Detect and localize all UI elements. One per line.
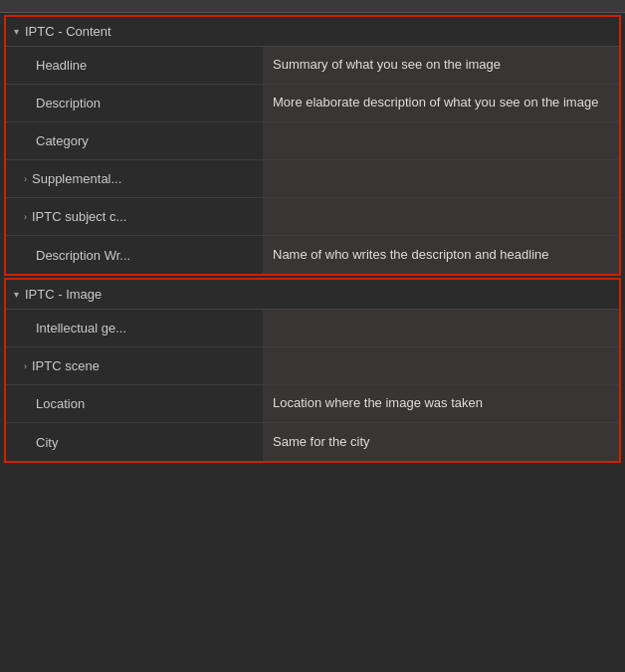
row-name-label: Description Wr... bbox=[36, 248, 130, 263]
row-value-iptc-content-1: More elaborate description of what you s… bbox=[263, 85, 619, 121]
table-header bbox=[0, 0, 625, 13]
row-value-text: Same for the city bbox=[273, 433, 370, 451]
section-iptc-content: ▾IPTC - ContentHeadlineSummary of what y… bbox=[4, 15, 621, 276]
table-row: ›IPTC subject c... bbox=[6, 198, 619, 236]
row-name-iptc-content-1: Description bbox=[6, 85, 263, 121]
row-name-label: Supplemental... bbox=[32, 171, 121, 186]
row-value-iptc-image-2: Location where the image was taken bbox=[263, 385, 619, 422]
row-value-text: Name of who writes the descripton and he… bbox=[273, 246, 549, 264]
row-value-text: More elaborate description of what you s… bbox=[273, 94, 598, 112]
table-row: ›IPTC scene bbox=[6, 347, 619, 385]
section-header-iptc-image[interactable]: ▾IPTC - Image bbox=[6, 280, 619, 310]
row-name-label: Location bbox=[36, 396, 85, 411]
row-expand-chevron[interactable]: › bbox=[24, 361, 27, 371]
table-row: Description Wr...Name of who writes the … bbox=[6, 236, 619, 274]
row-value-iptc-image-0 bbox=[263, 310, 619, 346]
section-title-iptc-content: IPTC - Content bbox=[25, 24, 111, 39]
section-chevron-iptc-content: ▾ bbox=[14, 26, 19, 37]
row-name-iptc-content-4[interactable]: ›IPTC subject c... bbox=[6, 198, 263, 235]
row-name-iptc-image-1[interactable]: ›IPTC scene bbox=[6, 347, 263, 384]
row-expand-chevron[interactable]: › bbox=[24, 174, 27, 184]
row-value-iptc-content-5: Name of who writes the descripton and he… bbox=[263, 236, 619, 274]
row-value-iptc-image-1 bbox=[263, 347, 619, 384]
section-header-iptc-content[interactable]: ▾IPTC - Content bbox=[6, 17, 619, 47]
row-name-label: City bbox=[36, 435, 58, 450]
row-value-iptc-content-4 bbox=[263, 198, 619, 235]
table-row: LocationLocation where the image was tak… bbox=[6, 385, 619, 423]
row-name-iptc-content-0: Headline bbox=[6, 47, 263, 84]
row-value-iptc-image-3: Same for the city bbox=[263, 423, 619, 461]
table-row: DescriptionMore elaborate description of… bbox=[6, 85, 619, 122]
row-name-iptc-image-3: City bbox=[6, 423, 263, 461]
row-value-text: Summary of what you see on the image bbox=[273, 56, 501, 74]
row-name-label: IPTC subject c... bbox=[32, 209, 126, 224]
table-row: Category bbox=[6, 122, 619, 160]
row-value-iptc-content-3 bbox=[263, 160, 619, 197]
row-name-label: Headline bbox=[36, 58, 87, 73]
table-row: Intellectual ge... bbox=[6, 310, 619, 347]
table-row: HeadlineSummary of what you see on the i… bbox=[6, 47, 619, 85]
table-row: ›Supplemental... bbox=[6, 160, 619, 198]
row-name-iptc-content-3[interactable]: ›Supplemental... bbox=[6, 160, 263, 197]
row-expand-chevron[interactable]: › bbox=[24, 212, 27, 222]
row-name-label: Intellectual ge... bbox=[36, 321, 126, 336]
row-value-text: Location where the image was taken bbox=[273, 394, 483, 412]
row-value-iptc-content-0: Summary of what you see on the image bbox=[263, 47, 619, 84]
row-name-label: Description bbox=[36, 96, 101, 111]
row-name-iptc-content-2: Category bbox=[6, 122, 263, 159]
section-iptc-image: ▾IPTC - ImageIntellectual ge...›IPTC sce… bbox=[4, 278, 621, 463]
row-name-iptc-image-0: Intellectual ge... bbox=[6, 310, 263, 346]
section-title-iptc-image: IPTC - Image bbox=[25, 287, 102, 302]
row-name-label: Category bbox=[36, 133, 89, 148]
row-name-iptc-content-5: Description Wr... bbox=[6, 236, 263, 274]
row-value-iptc-content-2 bbox=[263, 122, 619, 159]
table-row: CitySame for the city bbox=[6, 423, 619, 461]
row-name-label: IPTC scene bbox=[32, 358, 100, 373]
row-name-iptc-image-2: Location bbox=[6, 385, 263, 422]
section-chevron-iptc-image: ▾ bbox=[14, 289, 19, 300]
